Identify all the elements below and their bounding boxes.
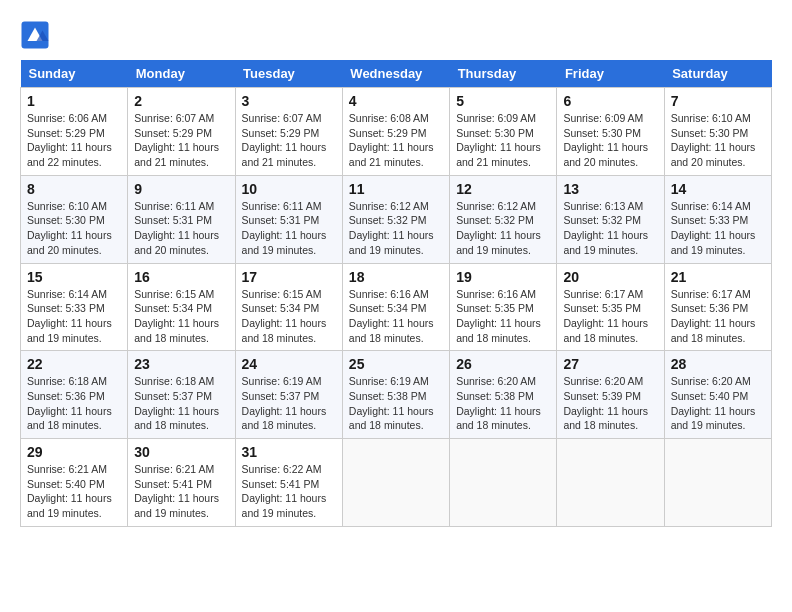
calendar-cell: 25Sunrise: 6:19 AM Sunset: 5:38 PM Dayli… [342,351,449,439]
day-info: Sunrise: 6:20 AM Sunset: 5:39 PM Dayligh… [563,374,657,433]
day-number: 3 [242,93,336,109]
calendar-cell: 4Sunrise: 6:08 AM Sunset: 5:29 PM Daylig… [342,88,449,176]
day-info: Sunrise: 6:14 AM Sunset: 5:33 PM Dayligh… [27,287,121,346]
day-number: 15 [27,269,121,285]
day-info: Sunrise: 6:12 AM Sunset: 5:32 PM Dayligh… [456,199,550,258]
calendar-cell [557,439,664,527]
calendar-week-row: 22Sunrise: 6:18 AM Sunset: 5:36 PM Dayli… [21,351,772,439]
calendar-week-row: 8Sunrise: 6:10 AM Sunset: 5:30 PM Daylig… [21,175,772,263]
day-number: 6 [563,93,657,109]
day-info: Sunrise: 6:21 AM Sunset: 5:40 PM Dayligh… [27,462,121,521]
day-number: 18 [349,269,443,285]
logo [20,20,54,50]
day-number: 23 [134,356,228,372]
day-info: Sunrise: 6:16 AM Sunset: 5:34 PM Dayligh… [349,287,443,346]
day-info: Sunrise: 6:17 AM Sunset: 5:35 PM Dayligh… [563,287,657,346]
day-info: Sunrise: 6:21 AM Sunset: 5:41 PM Dayligh… [134,462,228,521]
calendar-cell: 17Sunrise: 6:15 AM Sunset: 5:34 PM Dayli… [235,263,342,351]
day-info: Sunrise: 6:06 AM Sunset: 5:29 PM Dayligh… [27,111,121,170]
day-number: 9 [134,181,228,197]
calendar-cell: 13Sunrise: 6:13 AM Sunset: 5:32 PM Dayli… [557,175,664,263]
weekday-header-tuesday: Tuesday [235,60,342,88]
calendar-cell: 12Sunrise: 6:12 AM Sunset: 5:32 PM Dayli… [450,175,557,263]
calendar-cell: 23Sunrise: 6:18 AM Sunset: 5:37 PM Dayli… [128,351,235,439]
day-number: 4 [349,93,443,109]
day-info: Sunrise: 6:08 AM Sunset: 5:29 PM Dayligh… [349,111,443,170]
day-number: 19 [456,269,550,285]
day-number: 21 [671,269,765,285]
calendar-cell [342,439,449,527]
day-info: Sunrise: 6:09 AM Sunset: 5:30 PM Dayligh… [563,111,657,170]
calendar-cell: 22Sunrise: 6:18 AM Sunset: 5:36 PM Dayli… [21,351,128,439]
calendar-cell: 18Sunrise: 6:16 AM Sunset: 5:34 PM Dayli… [342,263,449,351]
calendar-cell: 14Sunrise: 6:14 AM Sunset: 5:33 PM Dayli… [664,175,771,263]
logo-icon [20,20,50,50]
weekday-header-friday: Friday [557,60,664,88]
day-number: 10 [242,181,336,197]
day-number: 13 [563,181,657,197]
calendar-cell: 8Sunrise: 6:10 AM Sunset: 5:30 PM Daylig… [21,175,128,263]
day-info: Sunrise: 6:17 AM Sunset: 5:36 PM Dayligh… [671,287,765,346]
calendar-week-row: 15Sunrise: 6:14 AM Sunset: 5:33 PM Dayli… [21,263,772,351]
day-info: Sunrise: 6:22 AM Sunset: 5:41 PM Dayligh… [242,462,336,521]
day-info: Sunrise: 6:14 AM Sunset: 5:33 PM Dayligh… [671,199,765,258]
day-info: Sunrise: 6:15 AM Sunset: 5:34 PM Dayligh… [242,287,336,346]
day-number: 25 [349,356,443,372]
calendar-week-row: 29Sunrise: 6:21 AM Sunset: 5:40 PM Dayli… [21,439,772,527]
day-number: 29 [27,444,121,460]
day-number: 2 [134,93,228,109]
day-number: 11 [349,181,443,197]
calendar-cell: 9Sunrise: 6:11 AM Sunset: 5:31 PM Daylig… [128,175,235,263]
day-number: 8 [27,181,121,197]
day-info: Sunrise: 6:11 AM Sunset: 5:31 PM Dayligh… [134,199,228,258]
calendar-cell: 5Sunrise: 6:09 AM Sunset: 5:30 PM Daylig… [450,88,557,176]
weekday-header-sunday: Sunday [21,60,128,88]
day-number: 22 [27,356,121,372]
day-number: 16 [134,269,228,285]
day-number: 12 [456,181,550,197]
calendar-cell: 6Sunrise: 6:09 AM Sunset: 5:30 PM Daylig… [557,88,664,176]
calendar-cell: 10Sunrise: 6:11 AM Sunset: 5:31 PM Dayli… [235,175,342,263]
day-number: 5 [456,93,550,109]
weekday-header-wednesday: Wednesday [342,60,449,88]
calendar-cell: 26Sunrise: 6:20 AM Sunset: 5:38 PM Dayli… [450,351,557,439]
day-number: 26 [456,356,550,372]
day-info: Sunrise: 6:10 AM Sunset: 5:30 PM Dayligh… [27,199,121,258]
calendar-cell: 28Sunrise: 6:20 AM Sunset: 5:40 PM Dayli… [664,351,771,439]
day-info: Sunrise: 6:19 AM Sunset: 5:37 PM Dayligh… [242,374,336,433]
calendar-cell: 19Sunrise: 6:16 AM Sunset: 5:35 PM Dayli… [450,263,557,351]
day-info: Sunrise: 6:20 AM Sunset: 5:38 PM Dayligh… [456,374,550,433]
calendar-week-row: 1Sunrise: 6:06 AM Sunset: 5:29 PM Daylig… [21,88,772,176]
day-info: Sunrise: 6:07 AM Sunset: 5:29 PM Dayligh… [134,111,228,170]
day-number: 7 [671,93,765,109]
day-info: Sunrise: 6:12 AM Sunset: 5:32 PM Dayligh… [349,199,443,258]
calendar-cell: 31Sunrise: 6:22 AM Sunset: 5:41 PM Dayli… [235,439,342,527]
calendar-table: SundayMondayTuesdayWednesdayThursdayFrid… [20,60,772,527]
weekday-header-row: SundayMondayTuesdayWednesdayThursdayFrid… [21,60,772,88]
page-header [20,20,772,50]
calendar-cell: 15Sunrise: 6:14 AM Sunset: 5:33 PM Dayli… [21,263,128,351]
day-number: 20 [563,269,657,285]
calendar-cell: 24Sunrise: 6:19 AM Sunset: 5:37 PM Dayli… [235,351,342,439]
day-info: Sunrise: 6:10 AM Sunset: 5:30 PM Dayligh… [671,111,765,170]
day-info: Sunrise: 6:18 AM Sunset: 5:37 PM Dayligh… [134,374,228,433]
calendar-cell [450,439,557,527]
day-number: 31 [242,444,336,460]
day-info: Sunrise: 6:11 AM Sunset: 5:31 PM Dayligh… [242,199,336,258]
calendar-cell: 16Sunrise: 6:15 AM Sunset: 5:34 PM Dayli… [128,263,235,351]
calendar-cell: 27Sunrise: 6:20 AM Sunset: 5:39 PM Dayli… [557,351,664,439]
day-info: Sunrise: 6:15 AM Sunset: 5:34 PM Dayligh… [134,287,228,346]
day-info: Sunrise: 6:07 AM Sunset: 5:29 PM Dayligh… [242,111,336,170]
day-number: 24 [242,356,336,372]
weekday-header-thursday: Thursday [450,60,557,88]
calendar-cell: 1Sunrise: 6:06 AM Sunset: 5:29 PM Daylig… [21,88,128,176]
day-number: 28 [671,356,765,372]
calendar-cell: 29Sunrise: 6:21 AM Sunset: 5:40 PM Dayli… [21,439,128,527]
calendar-cell: 7Sunrise: 6:10 AM Sunset: 5:30 PM Daylig… [664,88,771,176]
calendar-cell: 3Sunrise: 6:07 AM Sunset: 5:29 PM Daylig… [235,88,342,176]
day-info: Sunrise: 6:16 AM Sunset: 5:35 PM Dayligh… [456,287,550,346]
calendar-cell: 21Sunrise: 6:17 AM Sunset: 5:36 PM Dayli… [664,263,771,351]
day-number: 1 [27,93,121,109]
day-number: 14 [671,181,765,197]
calendar-cell [664,439,771,527]
